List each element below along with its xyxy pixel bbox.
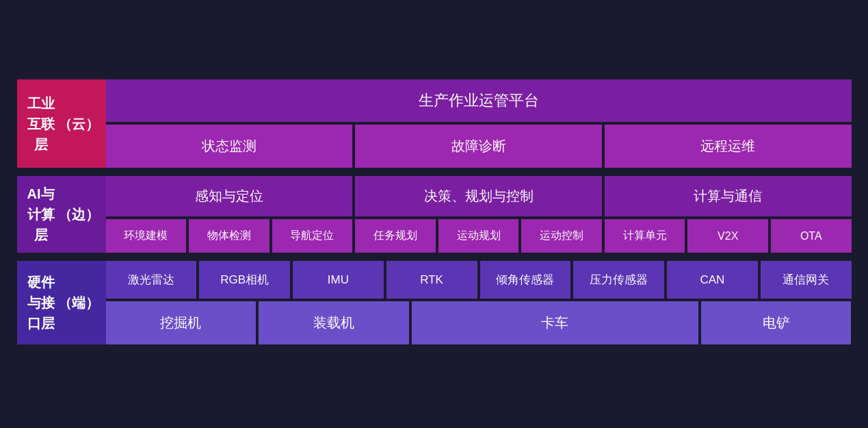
- hardware-layer: 硬件与接口层 （端） 激光雷达 RGB相机 IMU RTK 倾角传感器: [17, 261, 852, 344]
- edge-top-row: 感知与定位 决策、规划与控制 计算与通信: [106, 176, 852, 216]
- hw-bottom-cell-3: 电铲: [701, 301, 852, 344]
- edge-bottom-cell-7: V2X: [687, 219, 768, 253]
- cloud-cell-2: 远程运维: [605, 125, 852, 168]
- edge-bottom-cell-8: OTA: [771, 219, 852, 253]
- hw-top-cell-7: 通信网关: [761, 261, 852, 299]
- edge-bottom-cell-4: 运动规划: [438, 219, 519, 253]
- edge-layer-content: 感知与定位 决策、规划与控制 计算与通信 环境建模 物体检测 导航定位: [106, 176, 852, 253]
- edge-bottom-cell-2: 导航定位: [272, 219, 353, 253]
- hw-top-cell-2: IMU: [293, 261, 384, 299]
- hardware-layer-label: 硬件与接口层 （端）: [17, 261, 106, 344]
- edge-layer: AI与计算层 （边） 感知与定位 决策、规划与控制 计算与通信 环境建模: [17, 176, 852, 253]
- architecture-diagram: 工业互联层 （云） 生产作业运管平台 状态监测 故障诊断 远程运维: [10, 73, 858, 355]
- hw-top-cell-1: RGB相机: [199, 261, 290, 299]
- hw-top-cell-5: 压力传感器: [573, 261, 664, 299]
- edge-bottom-cell-3: 任务规划: [355, 219, 436, 253]
- edge-bottom-cell-5: 运动控制: [521, 219, 602, 253]
- edge-top-cell-1: 决策、规划与控制: [355, 176, 602, 216]
- hw-top-cell-6: CAN: [667, 261, 758, 299]
- edge-layer-label: AI与计算层 （边）: [17, 176, 106, 253]
- edge-bottom-cell-1: 物体检测: [189, 219, 269, 253]
- cloud-bottom-row: 状态监测 故障诊断 远程运维: [106, 125, 852, 168]
- cloud-cell-1: 故障诊断: [355, 125, 602, 168]
- hw-bottom-cell-2: 卡车: [412, 301, 698, 344]
- cloud-layer: 工业互联层 （云） 生产作业运管平台 状态监测 故障诊断 远程运维: [17, 79, 852, 168]
- hw-top-cell-0: 激光雷达: [106, 261, 197, 299]
- cloud-platform-cell: 生产作业运管平台: [106, 79, 852, 122]
- edge-top-cell-0: 感知与定位: [106, 176, 353, 216]
- hardware-bottom-row: 挖掘机 装载机 卡车 电铲: [106, 301, 852, 344]
- hardware-top-row: 激光雷达 RGB相机 IMU RTK 倾角传感器 压力传感器 C: [106, 261, 852, 299]
- cloud-layer-content: 生产作业运管平台 状态监测 故障诊断 远程运维: [106, 79, 852, 168]
- hw-top-cell-3: RTK: [386, 261, 477, 299]
- hw-bottom-cell-0: 挖掘机: [106, 301, 257, 344]
- edge-bottom-row: 环境建模 物体检测 导航定位 任务规划 运动规划 运动控制 计算: [106, 219, 852, 253]
- cloud-layer-label: 工业互联层 （云）: [17, 79, 106, 168]
- edge-top-cell-2: 计算与通信: [605, 176, 852, 216]
- hardware-layer-content: 激光雷达 RGB相机 IMU RTK 倾角传感器 压力传感器 C: [106, 261, 852, 344]
- cloud-cell-0: 状态监测: [106, 125, 353, 168]
- hw-bottom-cell-1: 装载机: [259, 301, 409, 344]
- edge-bottom-cell-6: 计算单元: [605, 219, 685, 253]
- edge-bottom-cell-0: 环境建模: [106, 219, 187, 253]
- hw-top-cell-4: 倾角传感器: [480, 261, 571, 299]
